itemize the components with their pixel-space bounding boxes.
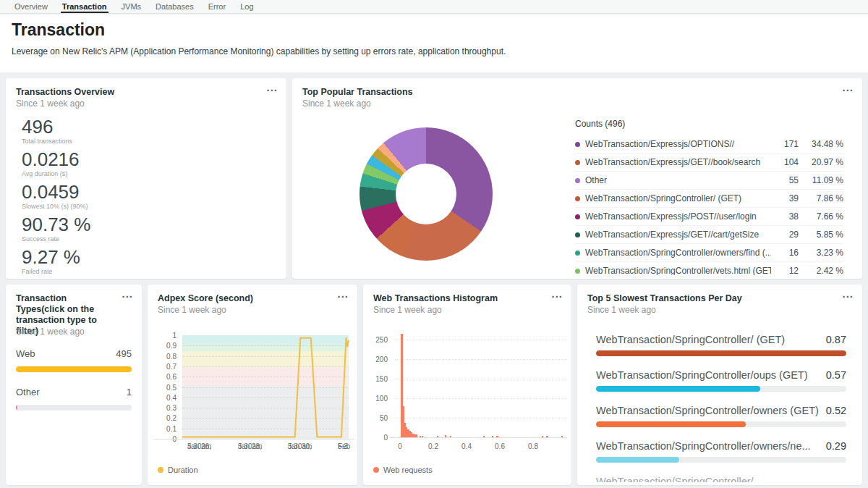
legend-row[interactable]: WebTransaction/SpringController/ (GET)39… [575, 190, 843, 208]
histogram-gridline [395, 340, 567, 340]
panel-menu-icon[interactable]: ... [842, 81, 854, 93]
legend-color-dot [575, 178, 580, 183]
panel-subtitle: Since 1 week ago [302, 98, 371, 109]
transaction-type-bars: Web495Other1 [16, 348, 132, 425]
histogram-x-tick: 0.8 [522, 442, 544, 450]
histogram-chart[interactable] [395, 329, 567, 437]
metric-value: 0.0216 [22, 150, 90, 169]
legend-row[interactable]: WebTransaction/Expressjs/POST//user/logi… [575, 208, 843, 226]
slowest-bar-fill [596, 386, 760, 392]
legend-color-dot [575, 196, 580, 201]
legend-label: WebTransaction/Expressjs/GET//book/searc… [585, 157, 771, 167]
clipped-row-wrapper: WebTransaction/SpringController/... [577, 476, 862, 482]
metric: 496Total transactions [22, 117, 90, 145]
web-requests-legend-dot [373, 467, 379, 473]
slowest-bar-fill [596, 457, 679, 463]
metric: 90.73 %Success rate [22, 215, 90, 243]
panel-menu-icon[interactable]: ... [266, 81, 278, 93]
adpex-y-tick: 0.5 [152, 384, 176, 392]
legend-count: 29 [771, 230, 799, 240]
slowest-row-text: WebTransaction/SpringController/owners (… [596, 405, 846, 416]
legend-row[interactable]: WebTransaction/Expressjs/GET//book/searc… [575, 153, 843, 172]
panel-menu-icon[interactable]: ... [122, 287, 133, 300]
slowest-row[interactable]: WebTransaction/SpringController/owners/n… [596, 440, 846, 452]
duration-legend-dot [158, 467, 163, 473]
nav-tab-jvms[interactable]: JVMs [114, 0, 149, 13]
slowest-row[interactable]: WebTransaction/SpringController/... [596, 476, 846, 482]
type-bar-track [16, 366, 132, 372]
histogram-gridline [395, 398, 567, 399]
pie-legend-title: Counts (496) [575, 119, 843, 129]
legend-row[interactable]: WebTransaction/Expressjs/OPTIONS//17134.… [575, 135, 843, 153]
slowest-transaction-name: WebTransaction/SpringController/ (GET) [596, 334, 785, 345]
slowest-row[interactable]: WebTransaction/SpringController/ (GET)0.… [596, 334, 846, 345]
adpex-y-tick: 0.1 [152, 425, 176, 433]
type-bar-fill [16, 366, 132, 372]
panel-title: Web Transactions Histogram [373, 293, 544, 304]
slowest-bar-track [596, 421, 846, 427]
panel-subtitle: Since 1 week ago [373, 305, 442, 315]
slowest-row[interactable]: WebTransaction/SpringController/owners (… [596, 405, 846, 416]
slowest-row[interactable]: WebTransaction/SpringController/oups (GE… [596, 369, 846, 381]
adpex-y-tick: 0.3 [152, 404, 176, 412]
histogram-y-tick: 0 [367, 434, 388, 442]
top-navbar: OverviewTransactionJVMsDatabasesErrorLog [0, 0, 868, 14]
metric-value: 9.27 % [22, 248, 90, 267]
legend-row[interactable]: WebTransaction/SpringController/vets.htm… [575, 262, 843, 275]
metric-label: Failed rate [22, 268, 90, 275]
histogram-y-tick: 100 [367, 395, 388, 403]
panel-menu-icon[interactable]: ... [842, 287, 854, 300]
legend-row[interactable]: WebTransaction/SpringController/owners/f… [575, 244, 843, 262]
pie-legend-rows: WebTransaction/Expressjs/OPTIONS//17134.… [575, 135, 843, 275]
legend-percent: 5.85 % [799, 230, 843, 240]
histogram-y-tick: 250 [367, 336, 388, 344]
adpex-y-tick: 0.6 [152, 373, 176, 381]
legend-count: 55 [771, 175, 799, 185]
panel-subtitle: Since 1 week ago [16, 327, 85, 337]
metric-value: 90.73 % [22, 215, 90, 235]
histogram-legend[interactable]: Web requests [373, 466, 433, 474]
nav-tab-transaction[interactable]: Transaction [55, 0, 114, 13]
adpex-y-tick: 0.7 [152, 363, 176, 371]
donut-chart[interactable] [359, 127, 493, 261]
type-label-row[interactable]: Other1 [16, 387, 132, 397]
nav-tab-error[interactable]: Error [201, 0, 233, 13]
legend-count: 16 [771, 248, 799, 258]
type-label-row[interactable]: Web495 [16, 348, 132, 359]
legend-percent: 3.23 % [799, 248, 843, 258]
donut-hole [396, 164, 456, 224]
panel-title: Top 5 Slowest Transactions Per Day [587, 293, 835, 304]
legend-percent: 2.42 % [799, 266, 843, 275]
adpex-line-chart[interactable] [182, 335, 349, 439]
adpex-y-tick: 0.4 [152, 394, 176, 402]
legend-percent: 34.48 % [799, 139, 843, 149]
slowest-transaction-value: 0.57 [826, 369, 846, 381]
legend-row[interactable]: Other5511.09 % [575, 172, 843, 190]
type-bar-fill [16, 405, 17, 411]
histogram-y-tick: 200 [367, 356, 388, 363]
overview-metrics: 496Total transactions0.0216Avg duration … [22, 117, 90, 279]
adpex-legend[interactable]: Duration [158, 466, 198, 474]
nav-tab-overview[interactable]: Overview [7, 0, 55, 13]
slowest-row-text: WebTransaction/SpringController/owners/n… [596, 440, 846, 452]
nav-tab-log[interactable]: Log [233, 0, 260, 13]
metric-value: 0.0459 [22, 182, 90, 202]
panel-menu-icon[interactable]: ... [337, 287, 349, 300]
adpex-x-axis-line [153, 439, 354, 439]
legend-percent: 20.97 % [799, 157, 843, 167]
panel-menu-icon[interactable]: ... [551, 287, 563, 300]
adpex-y-tick: 0.9 [152, 342, 176, 350]
panel-title: Top Popular Transactions [302, 87, 835, 98]
legend-row[interactable]: WebTransaction/Expressjs/GET//cart/getSi… [575, 226, 843, 244]
type-bar-track [16, 405, 132, 411]
slowest-bar-fill [596, 421, 746, 427]
panel-subtitle: Since 1 week ago [16, 98, 85, 109]
slowest-transaction-name: WebTransaction/SpringController/owners/n… [596, 440, 811, 452]
slowest-transaction-name: WebTransaction/SpringController/... [596, 476, 762, 482]
nav-tab-databases[interactable]: Databases [148, 0, 201, 13]
legend-percent: 11.09 % [799, 175, 843, 185]
panel-title: Transactions Overview [16, 87, 259, 98]
legend-count: 171 [771, 139, 799, 149]
slowest-transaction-value: 0.29 [826, 440, 846, 452]
histogram-y-tick: 150 [367, 375, 388, 383]
